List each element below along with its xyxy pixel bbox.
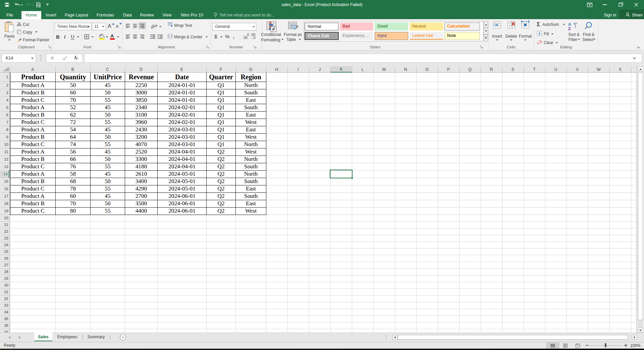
svg-text:A: A (568, 22, 571, 27)
svg-text:ab: ab (151, 23, 156, 30)
svg-text:Z: Z (568, 27, 571, 31)
